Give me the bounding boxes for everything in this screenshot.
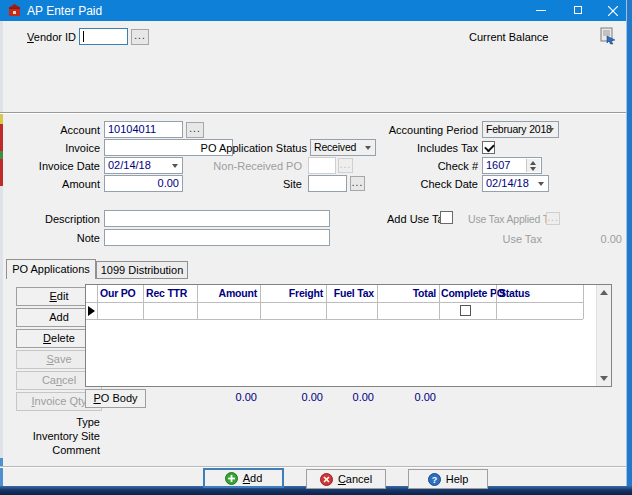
vendor-id-label: Vendor ID — [8, 31, 76, 44]
account-browse-button[interactable]: ... — [186, 122, 204, 138]
non-received-po-label: Non-Received PO — [180, 160, 302, 173]
check-date-label: Check Date — [360, 178, 478, 191]
site-input[interactable] — [308, 175, 347, 192]
col-header-amount: Amount — [197, 287, 257, 300]
includes-tax-checkbox[interactable] — [482, 141, 495, 154]
check-number-spinner[interactable] — [526, 159, 540, 172]
maximize-button[interactable] — [562, 0, 596, 21]
amount-input[interactable]: 0.00 — [104, 175, 183, 192]
non-received-po-browse-button: ... — [338, 158, 353, 173]
tab-po-applications[interactable]: PO Applications — [6, 259, 96, 279]
note-input[interactable] — [104, 229, 330, 246]
check-number-label: Check # — [360, 160, 478, 173]
type-label: Type — [8, 416, 100, 429]
help-question-icon: ? — [428, 473, 441, 486]
add-plus-icon — [225, 472, 238, 485]
account-input[interactable]: 10104011 — [104, 121, 183, 138]
check-number-input[interactable]: 1607 — [482, 157, 542, 174]
description-input[interactable] — [104, 210, 330, 227]
total-fuel-tax: 0.00 — [314, 391, 374, 404]
cancel-x-icon — [320, 473, 333, 486]
spin-down-icon — [530, 167, 536, 171]
grid-vertical-scrollbar[interactable] — [596, 285, 611, 386]
invoice-label: Invoice — [8, 142, 100, 155]
chevron-down-icon — [548, 128, 554, 132]
amount-label: Amount — [8, 178, 100, 191]
add-button[interactable]: Add — [203, 468, 284, 488]
includes-tax-label: Includes Tax — [360, 142, 478, 155]
use-tax-value: 0.00 — [562, 233, 622, 246]
po-body-button[interactable]: PO Body — [85, 389, 146, 408]
invoice-date-label: Invoice Date — [8, 160, 100, 173]
check-date-combobox[interactable]: 02/14/18 — [482, 175, 549, 192]
col-header-status: Status — [499, 287, 530, 300]
maximize-icon — [574, 6, 582, 14]
help-button[interactable]: ? Help — [408, 469, 488, 489]
use-tax-applied-to-browse-button: ... — [546, 212, 560, 225]
minimize-button[interactable] — [524, 0, 558, 21]
invoice-date-combobox[interactable]: 02/14/18 — [104, 157, 183, 174]
tab-1099-distribution[interactable]: 1099 Distribution — [96, 261, 188, 279]
app-icon — [8, 4, 21, 17]
ap-enter-paid-window: AP Enter Paid Vendor ID ... Current Bala… — [0, 0, 632, 495]
current-balance-drilldown-icon[interactable] — [599, 27, 617, 45]
total-amount: 0.00 — [197, 391, 257, 404]
current-balance-label: Current Balance — [469, 31, 549, 44]
cancel-button[interactable]: Cancel — [306, 469, 386, 489]
close-icon — [608, 6, 618, 16]
use-tax-label: Use Tax — [472, 233, 542, 246]
comment-label: Comment — [8, 444, 100, 457]
po-applications-grid: Our PO Rec TTR Amount Freight Fuel Tax T… — [85, 284, 612, 387]
background-window-left-edge — [0, 21, 3, 486]
row-selector-icon — [88, 306, 95, 316]
accounting-period-combobox[interactable]: February 2018 — [482, 121, 559, 138]
account-label: Account — [8, 124, 100, 137]
vendor-id-browse-button[interactable]: ... — [131, 29, 149, 45]
inventory-site-label: Inventory Site — [8, 430, 100, 443]
complete-po-checkbox[interactable] — [460, 305, 471, 316]
col-header-our-po: Our PO — [100, 287, 136, 300]
checkmark-icon — [484, 142, 495, 153]
description-label: Description — [8, 213, 100, 226]
svg-text:?: ? — [431, 474, 437, 484]
chevron-down-icon — [172, 164, 178, 168]
background-window-right-edge — [626, 0, 632, 486]
footer-separator — [0, 466, 626, 468]
note-label: Note — [8, 232, 100, 245]
col-header-total: Total — [377, 287, 436, 300]
spin-up-icon — [530, 161, 536, 165]
vendor-id-input[interactable] — [79, 28, 128, 45]
col-header-rec-ttr: Rec TTR — [146, 287, 187, 300]
window-title: AP Enter Paid — [27, 4, 102, 18]
title-bar: AP Enter Paid — [0, 0, 626, 21]
total-total: 0.00 — [376, 391, 436, 404]
col-header-fuel-tax: Fuel Tax — [326, 287, 374, 300]
minimize-icon — [536, 10, 546, 11]
non-received-po-input — [308, 157, 336, 174]
close-button[interactable] — [600, 0, 626, 21]
site-label: Site — [240, 178, 302, 191]
text-caret — [83, 31, 84, 42]
add-use-tax-checkbox[interactable] — [440, 211, 453, 224]
section-divider — [0, 112, 626, 114]
chevron-down-icon — [538, 182, 544, 186]
col-header-freight: Freight — [260, 287, 323, 300]
scroll-up-icon — [600, 290, 608, 295]
use-tax-applied-to-label: Use Tax Applied To — [468, 213, 553, 226]
accounting-period-label: Accounting Period — [360, 124, 478, 137]
scroll-down-icon — [600, 376, 608, 381]
po-application-status-label: PO Application Status — [180, 142, 307, 155]
